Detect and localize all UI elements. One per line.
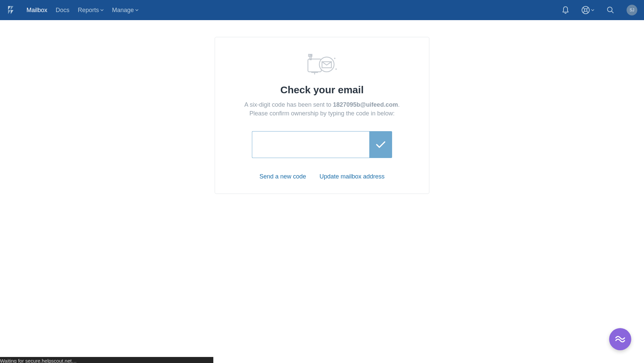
nav-manage-label: Manage <box>112 7 134 14</box>
logo-icon <box>7 5 15 15</box>
helpscout-logo[interactable] <box>7 5 15 15</box>
nav-mailbox[interactable]: Mailbox <box>26 7 47 14</box>
nav-reports[interactable]: Reports <box>78 7 104 14</box>
card-description: A six-digit code has been sent to 182709… <box>233 100 411 118</box>
help-menu[interactable] <box>581 6 594 14</box>
send-new-code-link[interactable]: Send a new code <box>259 173 306 180</box>
submit-code-button[interactable] <box>369 131 392 158</box>
bell-icon <box>562 6 569 14</box>
svg-point-14 <box>334 58 335 59</box>
svg-point-15 <box>335 68 337 70</box>
search-icon <box>606 6 614 14</box>
chat-wave-icon <box>615 334 625 344</box>
svg-point-1 <box>584 9 587 11</box>
check-icon <box>375 141 386 149</box>
svg-line-7 <box>611 11 613 13</box>
desc-email: 1827095b@uifeed.com <box>333 101 398 108</box>
notifications-button[interactable] <box>562 6 569 14</box>
chevron-down-icon <box>100 9 104 11</box>
chevron-down-icon <box>591 9 594 11</box>
nav-docs[interactable]: Docs <box>56 7 69 14</box>
verification-code-input[interactable] <box>252 131 369 158</box>
nav-left-group: Mailbox Docs Reports Manage <box>7 5 139 15</box>
search-button[interactable] <box>606 6 614 14</box>
mailbox-envelope-icon <box>305 52 339 76</box>
svg-line-5 <box>587 11 588 13</box>
nav-reports-label: Reports <box>78 7 99 14</box>
card-title: Check your email <box>233 84 411 96</box>
verify-card: Check your email A six-digit code has be… <box>215 37 429 194</box>
top-navbar: Mailbox Docs Reports Manage <box>0 0 644 20</box>
update-mailbox-address-link[interactable]: Update mailbox address <box>320 173 385 180</box>
card-links: Send a new code Update mailbox address <box>233 173 411 180</box>
help-icon <box>581 6 590 14</box>
svg-line-2 <box>583 7 585 9</box>
nav-manage[interactable]: Manage <box>112 7 139 14</box>
chevron-down-icon <box>135 9 139 11</box>
svg-line-4 <box>583 11 585 13</box>
svg-point-13 <box>319 57 334 72</box>
code-input-row <box>233 131 411 158</box>
chat-fab-button[interactable] <box>609 328 631 350</box>
desc-text-pre: A six-digit code has been sent to <box>245 101 333 108</box>
mailbox-illustration <box>233 52 411 76</box>
user-avatar[interactable]: SJ <box>627 5 637 15</box>
nav-right-group: SJ <box>562 5 637 15</box>
browser-status-bar: Waiting for secure.helpscout.net… <box>0 357 213 363</box>
svg-line-3 <box>587 7 588 9</box>
svg-point-6 <box>607 7 612 12</box>
